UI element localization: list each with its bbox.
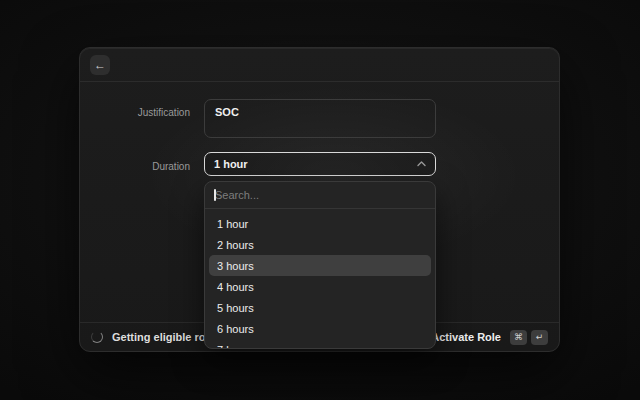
justification-label: Justification: [80, 107, 190, 118]
duration-select[interactable]: 1 hour: [204, 152, 436, 176]
duration-selected-value: 1 hour: [214, 158, 248, 170]
activate-role-label: Activate Role: [431, 331, 501, 343]
justification-field[interactable]: SOC: [204, 99, 436, 138]
back-arrow-icon: ←: [94, 59, 106, 71]
dropdown-option[interactable]: 3 hours: [209, 255, 431, 276]
back-button[interactable]: ←: [90, 55, 110, 75]
dropdown-option[interactable]: 1 hour: [209, 213, 431, 234]
dialog-window: ← Justification SOC Duration 1 hour 1 ho…: [79, 47, 560, 352]
duration-label: Duration: [80, 161, 190, 172]
text-cursor: [214, 189, 216, 201]
dropdown-options-list: 1 hour 2 hours 3 hours 4 hours 5 hours 6…: [205, 209, 435, 349]
loading-spinner-icon: [91, 331, 103, 343]
dropdown-option[interactable]: 2 hours: [209, 234, 431, 255]
command-key-icon: ⌘: [510, 330, 527, 345]
activate-role-action[interactable]: Activate Role ⌘ ↵: [431, 330, 548, 345]
dropdown-option[interactable]: 5 hours: [209, 297, 431, 318]
chevron-up-icon: [417, 161, 426, 167]
duration-dropdown-popover: 1 hour 2 hours 3 hours 4 hours 5 hours 6…: [204, 181, 436, 349]
return-key-icon: ↵: [531, 330, 548, 345]
dropdown-search-input[interactable]: [205, 182, 435, 208]
dropdown-option[interactable]: 6 hours: [209, 318, 431, 339]
dropdown-option[interactable]: 4 hours: [209, 276, 431, 297]
window-header: ←: [80, 48, 559, 82]
dropdown-search: [205, 182, 435, 209]
dropdown-option[interactable]: 7 hours: [209, 339, 431, 349]
desktop-background: ← Justification SOC Duration 1 hour 1 ho…: [0, 0, 640, 400]
